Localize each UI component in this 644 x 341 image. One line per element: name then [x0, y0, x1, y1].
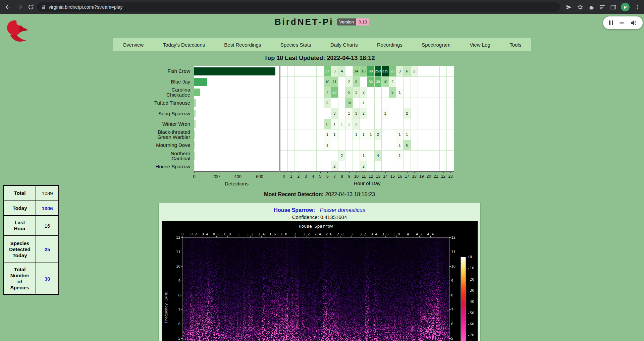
heatmap-cell: [309, 66, 316, 76]
heatmap-cell: [367, 151, 374, 161]
stat-value[interactable]: 25: [36, 236, 59, 263]
stat-value[interactable]: 1006: [36, 201, 59, 216]
hour-tick-label: 13: [374, 174, 382, 179]
detections-bar: [194, 120, 196, 128]
axis-tick: [371, 172, 371, 173]
heatmap-cell: 253: [375, 66, 382, 76]
volume-icon[interactable]: [630, 19, 637, 26]
back-icon[interactable]: [3, 2, 13, 12]
axis-tick: [313, 172, 313, 173]
hour-tick-label: 5: [316, 174, 324, 179]
heatmap-cell: 4: [338, 66, 345, 76]
heatmap-cell: [317, 129, 324, 140]
heatmap-cell: [447, 98, 454, 108]
heatmap-cell: [425, 129, 432, 140]
detection-panel: House Sparrow: Passer domesticus Confide…: [158, 203, 481, 341]
nav-item-species-stats[interactable]: Species Stats: [278, 42, 313, 48]
nav-item-overview[interactable]: Overview: [121, 42, 146, 48]
heatmap-cell: 1: [324, 129, 331, 140]
axis-tick: [385, 236, 386, 237]
send-to-device-icon[interactable]: [566, 4, 572, 10]
heatmap-cell: 9: [389, 87, 396, 98]
colorbar-tick-label: +0: [468, 255, 478, 259]
axis-tick: [299, 172, 299, 173]
heatmap-cell: 3: [353, 87, 360, 98]
heatmap-cell: [404, 98, 411, 108]
spectrogram-y-tick: 10: [451, 264, 460, 269]
spectrogram-y-tick: 10: [172, 264, 180, 269]
hour-tick-label: 23: [446, 174, 454, 179]
extensions-icon[interactable]: [588, 4, 594, 10]
heatmap-cell: [411, 161, 418, 172]
nav-item-recordings[interactable]: Recordings: [375, 42, 405, 48]
hour-tick-label: 3: [302, 174, 310, 179]
axis-tick: [429, 172, 429, 173]
heatmap-cell: 36: [367, 77, 374, 87]
heatmap-cell: 1: [396, 140, 403, 151]
heatmap-cell: [432, 119, 439, 129]
forward-icon[interactable]: [14, 2, 25, 12]
heatmap-cell: [432, 108, 439, 119]
nav-item-tools[interactable]: Tools: [507, 42, 523, 48]
nav-item-best-recordings[interactable]: Best Recordings: [222, 42, 263, 48]
axis-tick: [227, 236, 228, 237]
stat-label: Today: [4, 201, 36, 216]
heatmap-cell: [302, 66, 309, 76]
axis-tick: [182, 236, 183, 237]
hourly-heatmap: 2734141668253319283621011293639102726532…: [280, 66, 454, 172]
heatmap-cell: 3: [331, 108, 338, 119]
site-title: BirdNET-Pi: [275, 17, 334, 27]
address-bar[interactable]: virginia.birdnetpi.com/?stream=play: [37, 2, 560, 12]
reload-icon[interactable]: [25, 2, 36, 12]
browser-menu-icon[interactable]: [634, 4, 641, 10]
heatmap-cell: 9: [353, 77, 360, 87]
species-tick-label: Song Sparrow: [145, 108, 192, 119]
browser-toolbar: virginia.birdnetpi.com/?stream=play P: [0, 0, 644, 14]
heatmap-cell: [432, 98, 439, 108]
browser-actions: P: [566, 0, 644, 14]
hour-tick-label: 10: [353, 174, 361, 179]
heatmap-cell: [382, 151, 389, 161]
url-text: virginia.birdnetpi.com/?stream=play: [49, 4, 123, 10]
axis-tick: [378, 172, 378, 173]
detections-bar: [194, 99, 196, 107]
heatmap-cell: [404, 119, 411, 129]
nav-item-today-s-detections[interactable]: Today's Detections: [161, 42, 207, 48]
spectrogram-title: House Sparrow: [182, 224, 449, 229]
bookmark-star-icon[interactable]: [577, 4, 583, 10]
axis-tick: [307, 236, 307, 237]
profile-avatar[interactable]: P: [621, 3, 630, 11]
heatmap-cell: 3: [396, 66, 403, 76]
hour-tick-label: 19: [418, 174, 426, 179]
axis-tick: [407, 172, 408, 173]
heatmap-cell: [288, 140, 295, 151]
spectrogram-y-tick: 8: [172, 293, 180, 297]
heatmap-cell: [302, 108, 309, 119]
nav-item-spectrogram[interactable]: Spectrogram: [420, 42, 452, 48]
heatmap-cell: 3: [324, 98, 331, 108]
axis-tick: [449, 309, 451, 310]
nav-item-view-log[interactable]: View Log: [468, 42, 492, 48]
reading-list-icon[interactable]: [599, 4, 605, 10]
nav-item-daily-charts[interactable]: Daily Charts: [328, 42, 360, 48]
heatmap-cell: [375, 98, 382, 108]
heatmap-cell: [432, 87, 439, 98]
pause-button[interactable]: [609, 20, 613, 25]
seek-bar[interactable]: [620, 22, 624, 23]
heatmap-cell: [375, 140, 382, 151]
axis-tick: [295, 236, 296, 237]
heatmap-cell: [345, 161, 353, 172]
axis-tick: [284, 236, 284, 237]
heatmap-cell: 1: [324, 140, 331, 151]
species-link[interactable]: House Sparrow:: [274, 207, 315, 213]
species-tick-label: House Sparrow: [145, 161, 192, 172]
heatmap-cell: [389, 151, 396, 161]
side-panel-icon[interactable]: [610, 4, 616, 10]
scientific-name-link[interactable]: Passer domesticus: [320, 207, 365, 213]
axis-tick: [181, 324, 182, 324]
heatmap-cell: 1: [331, 129, 338, 140]
hour-tick-label: 9: [345, 174, 353, 179]
heatmap-cell: [309, 108, 316, 119]
stat-value[interactable]: 30: [36, 263, 59, 294]
axis-tick: [261, 236, 262, 237]
